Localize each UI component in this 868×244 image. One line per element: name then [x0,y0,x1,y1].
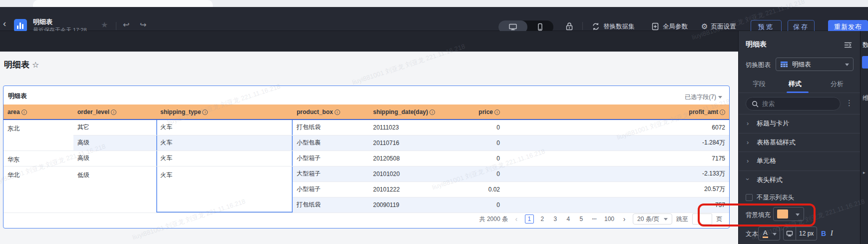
cell-price[interactable]: 0 [469,197,504,212]
tab-fields[interactable]: 字段 [753,80,766,88]
cell-order-level[interactable]: 低级 [73,166,156,212]
jump-page-input[interactable] [692,214,712,224]
col-header-shipping-date[interactable]: shipping_date(day)i [369,104,469,120]
col-header-price[interactable]: pricei [469,104,504,120]
cell-order-level[interactable]: 高级 [73,135,156,150]
chevron-down-icon [796,214,800,216]
undo-icon[interactable]: ↩ [123,20,129,30]
cell-shipping-date[interactable]: 20101222 [369,182,469,197]
bg-fill-color-picker[interactable] [773,207,804,221]
cell-product-box[interactable]: 打包纸袋 [293,197,369,212]
divider [739,152,861,152]
cell-price[interactable]: 0 [469,166,504,182]
col-header-product-box[interactable]: product_boxi [293,104,369,120]
italic-button[interactable]: I [831,230,833,238]
cell-shipping-date[interactable]: 20101020 [369,166,469,182]
font-size-control[interactable]: 12 px [783,226,817,240]
cell-product-box[interactable]: 打包纸袋 [293,120,369,135]
section-title-card[interactable]: 标题与卡片 [757,119,789,128]
page-2[interactable]: 2 [538,214,547,224]
page-4[interactable]: 4 [564,214,573,224]
cell-profit[interactable]: -2.133万 [504,166,729,182]
section-header-style[interactable]: 表头样式 [757,176,783,184]
cell-profit[interactable]: 20.57万 [504,182,729,197]
info-icon: i [430,110,435,115]
cell-product-box[interactable]: 大型箱子 [293,166,369,182]
cell-shipping-type-selected[interactable]: 火车 [156,135,293,150]
tab-analysis[interactable]: 分析 [831,80,844,88]
page-100[interactable]: 100 [603,214,616,224]
table-row[interactable]: 华北 低级 火车 大型箱子 20101020 0 -2.133万 [3,166,729,182]
cell-profit[interactable]: 7175 [504,150,729,166]
cell-shipping-type-selected[interactable]: 火车 [156,150,293,166]
chart-type-dropdown[interactable]: 明细表 [776,58,854,71]
cell-profit[interactable]: 757 [504,197,729,212]
bg-fill-label: 背景填充 [746,211,771,220]
page-1-current[interactable]: 1 [525,214,534,224]
page-size-dropdown[interactable]: 20 条/页 [633,214,672,224]
swap-dataset-button[interactable]: 替换数据集 [591,22,635,31]
col-header-profit-amt[interactable]: profit_amti [504,104,729,120]
global-params-button[interactable]: 全局参数 [651,22,688,31]
prev-page-icon[interactable]: ‹ [512,214,521,224]
cell-profit[interactable]: 6072 [504,120,729,135]
favorite-star-icon[interactable]: ★ [101,20,108,30]
bold-button[interactable]: B [821,230,826,238]
cell-profit[interactable]: -1.284万 [504,135,729,150]
section-table-base-style[interactable]: 表格基础样式 [757,138,796,147]
collapsed-data-panel[interactable]: 数 维 ▸ [860,31,868,244]
font-size-value: 12 px [799,230,814,237]
divider [739,170,861,171]
cell-order-level[interactable]: 高级 [73,150,156,166]
tab-style[interactable]: 样式 [789,80,802,88]
table-row[interactable]: 东北 其它 火车 打包纸袋 20111023 0 6072 [3,120,729,135]
page-3[interactable]: 3 [551,214,560,224]
font-color-picker[interactable]: A [758,226,780,240]
page-settings-button[interactable]: ⚙ 页面设置 [701,22,736,31]
back-icon[interactable]: ‹ [3,18,6,29]
expand-arrow-icon[interactable]: ▸ [863,170,866,175]
chevron-right-icon: › [747,157,749,164]
cell-shipping-date[interactable]: 20111023 [369,120,469,135]
selected-fields-dropdown[interactable]: 已选字段(7) [685,93,722,102]
col-header-order-level[interactable]: order_leveli [73,104,156,120]
detail-table-card[interactable]: 明细表 已选字段(7) areai order_leveli shipping_… [3,86,730,228]
cell-price[interactable]: 0 [469,120,504,135]
cell-shipping-date[interactable]: 20110716 [369,135,469,150]
next-page-icon[interactable]: › [620,214,629,224]
divider [739,114,861,114]
page-5[interactable]: 5 [577,214,586,224]
chevron-down-icon: › [744,178,752,180]
divider [582,22,583,30]
style-search-box[interactable] [746,97,841,110]
cell-shipping-type-selected[interactable]: 火车 [156,120,293,135]
col-header-shipping-type[interactable]: shipping_typei [156,104,293,120]
cell-shipping-date[interactable]: 20090119 [369,197,469,212]
lock-icon[interactable] [564,22,574,32]
dimension-label-fragment: 维 [863,94,868,102]
cell-product-box[interactable]: 小型箱子 [293,150,369,166]
collapse-panel-icon[interactable] [844,41,853,49]
cell-area[interactable]: 华北 [3,166,73,212]
cell-area[interactable]: 东北 [3,120,73,150]
cell-area[interactable]: 华东 [3,150,73,166]
cell-shipping-type-selected[interactable]: 火车 [156,166,293,212]
cell-price[interactable]: 0.02 [469,182,504,197]
more-pages-icon[interactable]: ••• [590,214,599,224]
table-row[interactable]: 高级 火车 小型包裹 20110716 0 -1.284万 [3,135,729,150]
cell-price[interactable]: 0 [469,135,504,150]
more-options-icon[interactable]: ⋮ [846,98,853,108]
cell-product-box[interactable]: 小型箱子 [293,182,369,197]
cell-price[interactable]: 0 [469,150,504,166]
col-header-area[interactable]: areai [3,104,73,120]
panel-title: 明细表 [746,40,767,49]
cell-shipping-date[interactable]: 20120508 [369,150,469,166]
hide-column-header-checkbox[interactable] [746,194,753,201]
redo-icon[interactable]: ↪ [140,20,146,30]
section-cell[interactable]: 单元格 [757,156,776,166]
style-search-input[interactable] [762,99,835,108]
cell-product-box[interactable]: 小型包裹 [293,135,369,150]
table-row[interactable]: 华东 高级 火车 小型箱子 20120508 0 7175 [3,150,729,166]
page-favorite-icon[interactable]: ☆ [32,60,39,70]
cell-order-level[interactable]: 其它 [73,120,156,135]
